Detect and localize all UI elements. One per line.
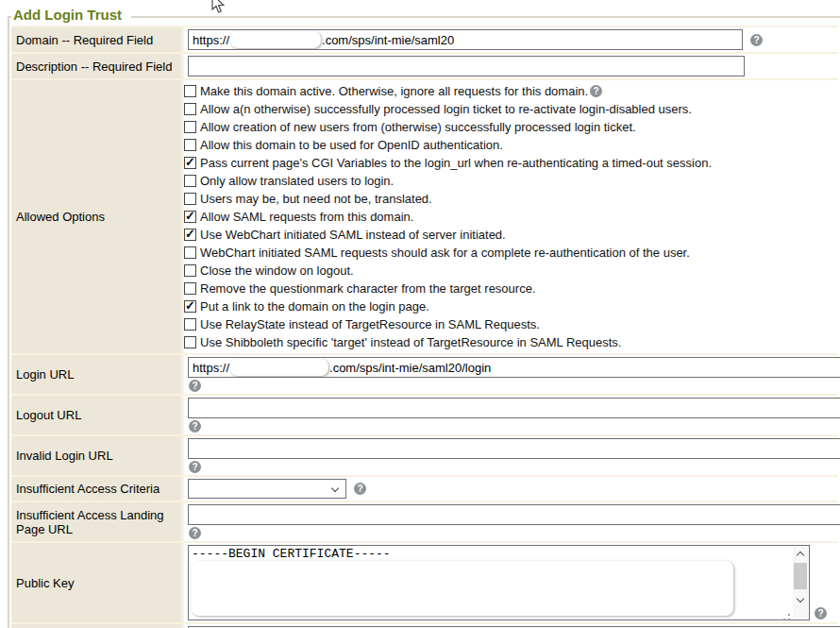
mouse-cursor-icon bbox=[210, 0, 227, 15]
checkbox[interactable] bbox=[184, 139, 196, 151]
insufficient-access-landing-page-url-input[interactable] bbox=[188, 504, 840, 525]
redacted-text bbox=[230, 359, 328, 376]
help-icon[interactable]: ? bbox=[590, 85, 602, 97]
form-row-insufficient-access-criteria: Insufficient Access Criteria ? bbox=[11, 475, 838, 501]
help-icon[interactable]: ? bbox=[815, 607, 827, 620]
checkbox-option: Allow SAML requests from this domain. bbox=[184, 208, 838, 226]
textarea-scrollbar[interactable] bbox=[793, 547, 808, 619]
checkbox-label: Only allow translated users to login. bbox=[200, 174, 394, 188]
checkbox-label: Allow a(n otherwise) successfully proces… bbox=[200, 102, 692, 116]
chevron-down-icon bbox=[331, 484, 339, 492]
checkbox-label: Put a link to the domain on the login pa… bbox=[200, 299, 429, 314]
insufficient-access-criteria-select[interactable] bbox=[188, 479, 346, 499]
checkbox-label: Remove the questionmark character from t… bbox=[200, 281, 536, 296]
form-row-logout-url: Logout URL ? bbox=[11, 394, 838, 434]
domain-value-prefix: https:// bbox=[193, 33, 229, 47]
public-key-label: Public Key bbox=[11, 543, 184, 622]
checkbox-option: Put a link to the domain on the login pa… bbox=[184, 297, 838, 315]
checkbox[interactable] bbox=[184, 103, 196, 115]
checkbox[interactable] bbox=[184, 211, 196, 223]
form-table: Domain -- Required Field https:// .com/s… bbox=[11, 25, 838, 628]
form-row-description: Description -- Required Field bbox=[11, 52, 838, 78]
checkbox-option: Use WebChart initiated SAML instead of s… bbox=[184, 226, 838, 244]
domain-input[interactable]: https:// .com/sps/int-mie/saml20 bbox=[188, 29, 743, 50]
form-row-insufficient-access-landing-page-url: Insufficient Access Landing Page URL ? bbox=[11, 501, 838, 541]
checkbox[interactable] bbox=[184, 318, 196, 331]
help-icon[interactable]: ? bbox=[189, 420, 201, 433]
checkbox[interactable] bbox=[184, 229, 196, 241]
checkbox[interactable] bbox=[184, 246, 196, 259]
form-row-allowed-options: Allowed Options Make this domain active.… bbox=[11, 78, 838, 353]
checkbox[interactable] bbox=[184, 121, 196, 133]
checkbox-option: Users may be, but need not be, translate… bbox=[184, 190, 838, 208]
help-icon[interactable]: ? bbox=[354, 483, 366, 495]
checkbox[interactable] bbox=[184, 85, 196, 97]
add-login-trust-fieldset: Add Login Trust Domain -- Required Field… bbox=[8, 16, 840, 628]
checkbox-option: Make this domain active. Otherwise, igno… bbox=[184, 82, 838, 100]
invalid-login-url-input[interactable] bbox=[188, 438, 840, 459]
login-url-label: Login URL bbox=[11, 355, 184, 394]
insufficient-access-landing-page-url-label: Insufficient Access Landing Page URL bbox=[11, 502, 184, 541]
form-row-invalid-login-url: Invalid Login URL ? bbox=[11, 434, 838, 475]
checkbox-label: Allow this domain to be used for OpenID … bbox=[200, 138, 503, 152]
page-title: Add Login Trust bbox=[11, 7, 131, 25]
help-icon[interactable]: ? bbox=[189, 380, 201, 392]
redacted-text bbox=[230, 31, 321, 48]
form-row-domain: Domain -- Required Field https:// .com/s… bbox=[11, 27, 838, 52]
form-row-login-url: Login URL https:// .com/sps/int-mie/saml… bbox=[11, 353, 838, 394]
login-url-suffix: .com/sps/int-mie/saml20/login bbox=[329, 361, 491, 375]
checkbox[interactable] bbox=[184, 336, 196, 348]
checkbox-option: Allow creation of new users from (otherw… bbox=[184, 118, 838, 136]
allowed-options-label: Allowed Options bbox=[11, 80, 184, 353]
checkbox-option: Pass current page's CGI Variables to the… bbox=[184, 154, 838, 172]
checkbox-label: WebChart initiated SAML requests should … bbox=[200, 246, 690, 260]
insufficient-access-criteria-label: Insufficient Access Criteria bbox=[11, 477, 184, 501]
checkbox-option: Use Shibboleth specific 'target' instead… bbox=[184, 333, 838, 351]
checkbox-option: Allow a(n otherwise) successfully proces… bbox=[184, 100, 838, 118]
checkbox-label: Make this domain active. Otherwise, igno… bbox=[200, 84, 588, 98]
checkbox[interactable] bbox=[184, 300, 196, 313]
partial-row-label bbox=[11, 624, 184, 628]
checkbox-option: Remove the questionmark character from t… bbox=[184, 280, 838, 297]
login-url-input[interactable]: https:// .com/sps/int-mie/saml20/login bbox=[188, 357, 840, 378]
description-input[interactable] bbox=[188, 56, 745, 76]
checkbox-option: Use RelayState instead of TargetResource… bbox=[184, 315, 838, 333]
resize-grip-icon[interactable] bbox=[788, 614, 790, 616]
help-icon[interactable]: ? bbox=[189, 527, 201, 539]
domain-value-suffix: .com/sps/int-mie/saml20 bbox=[322, 33, 454, 47]
help-icon[interactable]: ? bbox=[750, 34, 763, 46]
scroll-down-icon[interactable] bbox=[797, 595, 804, 603]
checkbox-option: Close the window on logout. bbox=[184, 262, 838, 280]
checkbox-label: Use WebChart initiated SAML instead of s… bbox=[200, 228, 506, 242]
checkbox[interactable] bbox=[184, 264, 196, 277]
help-icon[interactable]: ? bbox=[189, 461, 201, 473]
form-row-partial bbox=[11, 622, 838, 628]
public-key-textarea[interactable]: -----BEGIN CERTIFICATE----- bbox=[188, 545, 810, 620]
scrollbar-thumb[interactable] bbox=[794, 563, 807, 589]
checkbox-label: Allow creation of new users from (otherw… bbox=[200, 120, 636, 134]
domain-label: Domain -- Required Field bbox=[11, 27, 184, 52]
login-url-prefix: https:// bbox=[193, 361, 229, 375]
scroll-up-icon[interactable] bbox=[797, 552, 804, 559]
checkbox-label: Use RelayState instead of TargetResource… bbox=[200, 317, 540, 331]
checkbox-label: Close the window on logout. bbox=[200, 263, 354, 278]
checkbox-label: Pass current page's CGI Variables to the… bbox=[200, 156, 712, 170]
checkbox-label: Use Shibboleth specific 'target' instead… bbox=[200, 335, 621, 349]
checkbox-option: Allow this domain to be used for OpenID … bbox=[184, 136, 838, 154]
logout-url-input[interactable] bbox=[188, 398, 840, 418]
checkbox[interactable] bbox=[184, 193, 196, 205]
checkbox-option: Only allow translated users to login. bbox=[184, 172, 838, 190]
invalid-login-url-label: Invalid Login URL bbox=[11, 436, 184, 475]
checkbox-label: Allow SAML requests from this domain. bbox=[200, 210, 413, 224]
checkbox[interactable] bbox=[184, 282, 196, 295]
checkbox-label: Users may be, but need not be, translate… bbox=[200, 192, 432, 206]
description-label: Description -- Required Field bbox=[11, 54, 184, 78]
logout-url-label: Logout URL bbox=[11, 396, 184, 434]
redacted-text bbox=[192, 561, 733, 616]
form-row-public-key: Public Key -----BEGIN CERTIFICATE----- ? bbox=[11, 541, 838, 622]
checkbox[interactable] bbox=[184, 175, 196, 187]
public-key-line1: -----BEGIN CERTIFICATE----- bbox=[189, 546, 809, 561]
checkbox[interactable] bbox=[184, 157, 196, 169]
checkbox-option: WebChart initiated SAML requests should … bbox=[184, 244, 838, 262]
